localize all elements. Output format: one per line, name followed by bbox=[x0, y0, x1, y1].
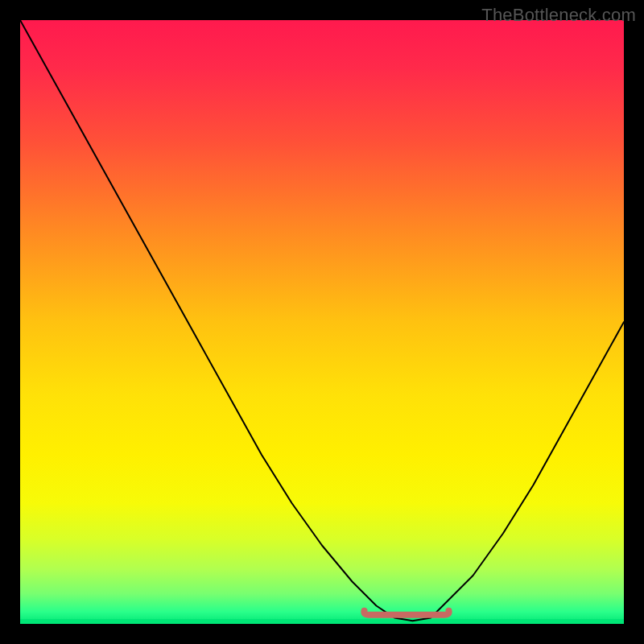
watermark-text: TheBottleneck.com bbox=[481, 5, 636, 26]
bottom-edge bbox=[20, 619, 624, 624]
gradient-background bbox=[20, 20, 624, 624]
plot-area bbox=[20, 20, 624, 624]
chart-svg bbox=[20, 20, 624, 624]
chart-container: TheBottleneck.com bbox=[0, 0, 644, 644]
